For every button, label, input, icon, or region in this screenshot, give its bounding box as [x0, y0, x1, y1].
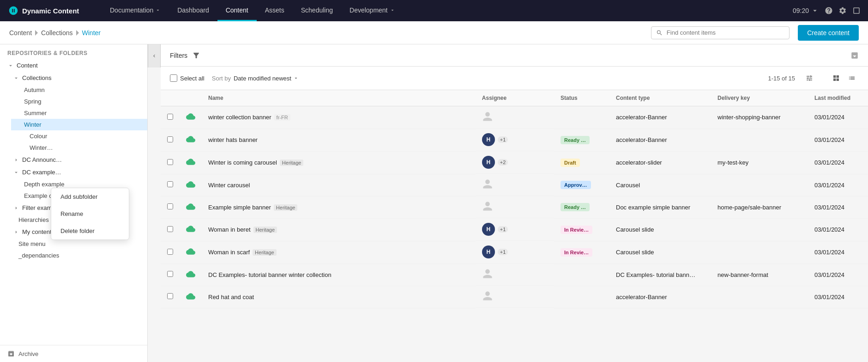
- col-header-check: [161, 90, 180, 106]
- breadcrumb-content[interactable]: Content: [9, 29, 32, 37]
- content-type-cell: Carousel slide: [609, 218, 711, 241]
- nav-scheduling[interactable]: Scheduling: [293, 0, 341, 21]
- context-menu-add-subfolder[interactable]: Add subfolder: [51, 188, 129, 205]
- item-type-icon: [180, 129, 202, 151]
- breadcrumb-collections[interactable]: Collections: [41, 29, 72, 37]
- context-menu: Add subfolder Rename Delete folder: [51, 188, 129, 240]
- item-name[interactable]: DC Examples- tutorial banner winter coll…: [208, 271, 332, 278]
- item-name[interactable]: Woman in scarf: [208, 249, 250, 256]
- window-icon[interactable]: [852, 6, 861, 15]
- status-badge: In Revie…: [561, 248, 592, 257]
- item-type-icon: [180, 151, 202, 174]
- table-row: Red hat and coataccelerator-Banner03/01/…: [161, 286, 868, 308]
- item-type-icon: [180, 196, 202, 218]
- context-menu-delete[interactable]: Delete folder: [51, 222, 129, 239]
- table-row: Winter is coming carouselHeritageH+2Draf…: [161, 151, 868, 174]
- search-input[interactable]: [667, 29, 784, 36]
- nav-content[interactable]: Content: [217, 0, 257, 21]
- delivery-key-cell: [711, 218, 808, 241]
- assignee-plus: +2: [498, 159, 508, 166]
- assignee-avatar: H: [482, 223, 495, 236]
- select-all-checkbox[interactable]: Select all: [170, 74, 205, 82]
- row-checkbox[interactable]: [167, 203, 173, 209]
- sidebar-item-summer[interactable]: Summer: [11, 107, 147, 119]
- status-badge: Ready …: [561, 203, 590, 211]
- item-name[interactable]: Woman in beret: [208, 226, 251, 233]
- sort-value[interactable]: Date modified newest: [234, 75, 299, 82]
- status-badge: Draft: [561, 159, 580, 167]
- table-row: Example simple bannerHeritageReady …Doc …: [161, 196, 868, 218]
- content-type-cell: Carousel: [609, 174, 711, 196]
- item-name-cell: Red hat and coat: [202, 286, 476, 308]
- sidebar-item-dc-announc[interactable]: DC Announc…: [6, 153, 147, 166]
- table-row: winter collection bannerfr-FRaccelerator…: [161, 106, 868, 129]
- item-name[interactable]: winter collection banner: [208, 114, 271, 121]
- sidebar-item-winter[interactable]: Winter: [11, 119, 147, 130]
- column-settings-button[interactable]: [802, 71, 816, 85]
- content-type-cell: accelerator-slider: [609, 151, 711, 174]
- item-name[interactable]: Winter is coming carousel: [208, 159, 277, 166]
- nav-assets[interactable]: Assets: [257, 0, 293, 21]
- status-badge: In Revie…: [561, 226, 592, 234]
- grid-view-button[interactable]: [829, 71, 843, 85]
- item-name-cell: winter collection bannerfr-FR: [202, 106, 476, 129]
- sidebar-item-spring[interactable]: Spring: [11, 96, 147, 107]
- item-name[interactable]: winter hats banner: [208, 136, 258, 143]
- nav-dashboard[interactable]: Dashboard: [169, 0, 217, 21]
- last-modified-cell: 03/01/2024: [808, 286, 868, 308]
- search-box[interactable]: [651, 26, 790, 39]
- assignee-cell: H+1: [476, 241, 554, 264]
- nav-development[interactable]: Development: [341, 0, 404, 21]
- last-modified-cell: 03/01/2024: [808, 264, 868, 286]
- item-name[interactable]: Example simple banner: [208, 204, 271, 211]
- expand-icon[interactable]: [850, 51, 859, 60]
- row-checkbox[interactable]: [167, 226, 173, 232]
- sidebar-item-content[interactable]: Content: [0, 59, 147, 72]
- col-header-status: Status: [554, 90, 609, 106]
- context-menu-rename[interactable]: Rename: [51, 205, 129, 222]
- row-checkbox[interactable]: [167, 249, 173, 255]
- select-all-input[interactable]: [170, 74, 177, 82]
- item-type-icon: [180, 218, 202, 241]
- row-checkbox[interactable]: [167, 159, 173, 165]
- row-checkbox[interactable]: [167, 271, 173, 277]
- list-view-button[interactable]: [845, 71, 859, 85]
- view-toggle: [829, 71, 859, 85]
- row-checkbox[interactable]: [167, 181, 173, 187]
- item-name[interactable]: Red hat and coat: [208, 294, 254, 301]
- status-cell: Approv…: [554, 174, 609, 196]
- sidebar-collapse-button[interactable]: [148, 44, 161, 67]
- assignee-avatar-placeholder: [482, 111, 493, 123]
- settings-icon[interactable]: [838, 6, 847, 15]
- create-content-button[interactable]: Create content: [798, 25, 859, 41]
- sidebar-item-collections[interactable]: Collections: [6, 72, 147, 84]
- content-type-cell: DC Examples- tutorial bann…: [609, 264, 711, 286]
- breadcrumb-sep-2: [76, 30, 79, 36]
- nav-documentation[interactable]: Documentation: [102, 0, 169, 21]
- filter-icon-button[interactable]: [192, 51, 200, 60]
- content-type-cell: accelerator-Banner: [609, 129, 711, 151]
- content-scroll: Name Assignee Status Content type Delive…: [161, 90, 868, 362]
- content-type-cell: Doc example simple banner: [609, 196, 711, 218]
- content-type-cell: Carousel slide: [609, 241, 711, 264]
- status-cell: Ready …: [554, 196, 609, 218]
- assignee-cell: [476, 196, 554, 218]
- sidebar-item-winter-sub[interactable]: Winter…: [17, 142, 147, 153]
- row-checkbox[interactable]: [167, 114, 173, 120]
- item-name[interactable]: Winter carousel: [208, 182, 250, 189]
- app-logo[interactable]: Dynamic Content: [0, 6, 102, 16]
- last-modified-cell: 03/01/2024: [808, 218, 868, 241]
- sidebar-item-autumn[interactable]: Autumn: [11, 84, 147, 96]
- help-icon[interactable]: [825, 6, 833, 15]
- col-header-name: Name: [202, 90, 476, 106]
- sidebar-item-dependancies[interactable]: _dependancies: [6, 250, 147, 261]
- sidebar-item-colour[interactable]: Colour: [17, 130, 147, 142]
- status-cell: Draft: [554, 151, 609, 174]
- time-display[interactable]: 09:20: [793, 6, 819, 15]
- assignee-plus: +1: [498, 136, 508, 143]
- row-checkbox[interactable]: [167, 293, 173, 299]
- status-cell: In Revie…: [554, 218, 609, 241]
- sidebar-item-dc-example[interactable]: DC example…: [6, 166, 147, 178]
- row-checkbox[interactable]: [167, 136, 173, 142]
- sidebar-archive[interactable]: Archive: [0, 345, 147, 362]
